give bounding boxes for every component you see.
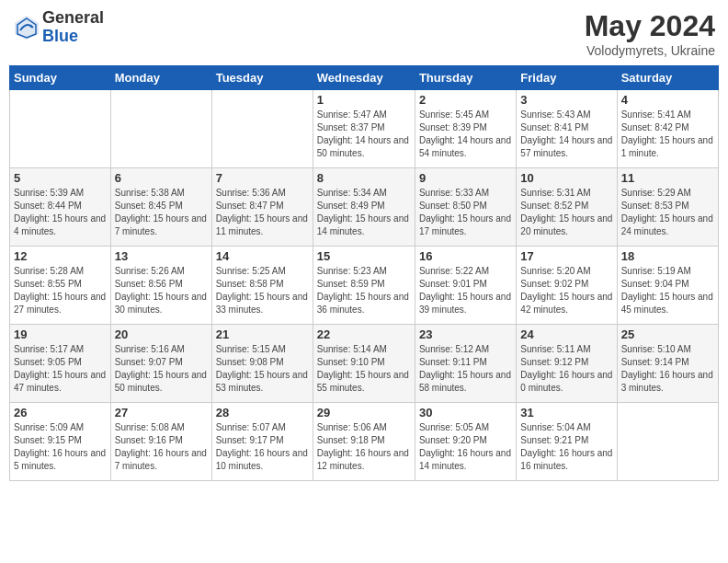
calendar-cell: 31Sunrise: 5:04 AM Sunset: 9:21 PM Dayli… [517,403,617,481]
weekday-header: Tuesday [211,66,313,90]
calendar-week-row: 5Sunrise: 5:39 AM Sunset: 8:44 PM Daylig… [10,168,719,247]
calendar-cell: 12Sunrise: 5:28 AM Sunset: 8:55 PM Dayli… [10,247,111,325]
calendar-cell: 21Sunrise: 5:15 AM Sunset: 9:08 PM Dayli… [211,325,313,403]
day-number: 11 [621,171,714,185]
calendar-cell: 24Sunrise: 5:11 AM Sunset: 9:12 PM Dayli… [517,325,617,403]
calendar-cell: 30Sunrise: 5:05 AM Sunset: 9:20 PM Dayli… [415,403,516,481]
day-number: 17 [520,249,612,263]
day-info: Sunrise: 5:34 AM Sunset: 8:49 PM Dayligh… [317,187,411,238]
day-info: Sunrise: 5:08 AM Sunset: 9:16 PM Dayligh… [115,421,208,473]
month-title: May 2024 [585,9,715,43]
weekday-header-row: SundayMondayTuesdayWednesdayThursdayFrid… [10,66,719,90]
day-number: 23 [419,327,512,341]
page-header: General Blue May 2024 Volodymyrets, Ukra… [9,9,719,58]
day-info: Sunrise: 5:06 AM Sunset: 9:18 PM Dayligh… [317,421,411,473]
day-info: Sunrise: 5:09 AM Sunset: 9:15 PM Dayligh… [14,421,107,473]
calendar-cell: 7Sunrise: 5:36 AM Sunset: 8:47 PM Daylig… [211,168,313,247]
calendar-cell [110,90,211,168]
day-number: 18 [621,249,714,263]
day-info: Sunrise: 5:12 AM Sunset: 9:11 PM Dayligh… [419,343,512,395]
day-number: 5 [14,171,107,185]
calendar-cell: 9Sunrise: 5:33 AM Sunset: 8:50 PM Daylig… [415,168,516,247]
weekday-header: Wednesday [313,66,415,90]
calendar-table: SundayMondayTuesdayWednesdayThursdayFrid… [9,65,719,481]
day-number: 28 [216,406,309,419]
calendar-week-row: 26Sunrise: 5:09 AM Sunset: 9:15 PM Dayli… [10,403,719,481]
title-block: May 2024 Volodymyrets, Ukraine [585,9,715,58]
calendar-cell: 6Sunrise: 5:38 AM Sunset: 8:45 PM Daylig… [110,168,211,247]
day-number: 4 [621,93,714,107]
day-info: Sunrise: 5:15 AM Sunset: 9:08 PM Dayligh… [216,343,309,395]
logo: General Blue [13,9,104,46]
day-info: Sunrise: 5:43 AM Sunset: 8:41 PM Dayligh… [520,109,612,160]
logo-general-text: General [42,9,104,28]
day-number: 3 [520,93,612,107]
calendar-cell [211,90,313,168]
day-number: 19 [14,327,107,341]
calendar-cell: 10Sunrise: 5:31 AM Sunset: 8:52 PM Dayli… [517,168,617,247]
day-number: 21 [216,327,309,341]
day-number: 16 [419,249,512,263]
day-number: 8 [317,171,411,185]
weekday-header: Monday [110,66,211,90]
day-info: Sunrise: 5:11 AM Sunset: 9:12 PM Dayligh… [520,343,612,395]
day-info: Sunrise: 5:33 AM Sunset: 8:50 PM Dayligh… [419,187,512,238]
day-number: 13 [115,249,208,263]
day-info: Sunrise: 5:05 AM Sunset: 9:20 PM Dayligh… [419,421,512,473]
calendar-cell: 11Sunrise: 5:29 AM Sunset: 8:53 PM Dayli… [617,168,718,247]
day-info: Sunrise: 5:28 AM Sunset: 8:55 PM Dayligh… [14,265,107,316]
weekday-header: Saturday [617,66,718,90]
day-info: Sunrise: 5:16 AM Sunset: 9:07 PM Dayligh… [115,343,208,395]
day-number: 9 [419,171,512,185]
day-info: Sunrise: 5:10 AM Sunset: 9:14 PM Dayligh… [621,343,714,395]
day-number: 20 [115,327,208,341]
day-info: Sunrise: 5:20 AM Sunset: 9:02 PM Dayligh… [520,265,612,316]
day-info: Sunrise: 5:38 AM Sunset: 8:45 PM Dayligh… [115,187,208,238]
calendar-cell: 28Sunrise: 5:07 AM Sunset: 9:17 PM Dayli… [211,403,313,481]
day-info: Sunrise: 5:07 AM Sunset: 9:17 PM Dayligh… [216,421,309,473]
calendar-cell: 29Sunrise: 5:06 AM Sunset: 9:18 PM Dayli… [313,403,415,481]
calendar-cell: 26Sunrise: 5:09 AM Sunset: 9:15 PM Dayli… [10,403,111,481]
logo-icon [13,14,40,41]
calendar-week-row: 1Sunrise: 5:47 AM Sunset: 8:37 PM Daylig… [10,90,719,168]
location-title: Volodymyrets, Ukraine [585,43,715,58]
calendar-cell: 4Sunrise: 5:41 AM Sunset: 8:42 PM Daylig… [617,90,718,168]
day-info: Sunrise: 5:19 AM Sunset: 9:04 PM Dayligh… [621,265,714,316]
calendar-cell: 2Sunrise: 5:45 AM Sunset: 8:39 PM Daylig… [415,90,516,168]
day-number: 10 [520,171,612,185]
day-info: Sunrise: 5:29 AM Sunset: 8:53 PM Dayligh… [621,187,714,238]
day-number: 22 [317,327,411,341]
day-info: Sunrise: 5:04 AM Sunset: 9:21 PM Dayligh… [520,421,612,473]
calendar-cell: 22Sunrise: 5:14 AM Sunset: 9:10 PM Dayli… [313,325,415,403]
calendar-cell: 19Sunrise: 5:17 AM Sunset: 9:05 PM Dayli… [10,325,111,403]
calendar-cell: 23Sunrise: 5:12 AM Sunset: 9:11 PM Dayli… [415,325,516,403]
day-number: 26 [14,406,107,419]
day-number: 30 [419,406,512,419]
weekday-header: Friday [517,66,617,90]
calendar-cell: 5Sunrise: 5:39 AM Sunset: 8:44 PM Daylig… [10,168,111,247]
day-number: 31 [520,406,612,419]
day-number: 27 [115,406,208,419]
calendar-cell [10,90,111,168]
calendar-cell: 3Sunrise: 5:43 AM Sunset: 8:41 PM Daylig… [517,90,617,168]
day-info: Sunrise: 5:41 AM Sunset: 8:42 PM Dayligh… [621,109,714,160]
logo-blue-text: Blue [42,28,104,46]
day-number: 12 [14,249,107,263]
calendar-cell: 20Sunrise: 5:16 AM Sunset: 9:07 PM Dayli… [110,325,211,403]
day-number: 25 [621,327,714,341]
calendar-cell: 25Sunrise: 5:10 AM Sunset: 9:14 PM Dayli… [617,325,718,403]
calendar-cell: 27Sunrise: 5:08 AM Sunset: 9:16 PM Dayli… [110,403,211,481]
day-info: Sunrise: 5:45 AM Sunset: 8:39 PM Dayligh… [419,109,512,160]
weekday-header: Sunday [10,66,111,90]
day-number: 14 [216,249,309,263]
day-info: Sunrise: 5:22 AM Sunset: 9:01 PM Dayligh… [419,265,512,316]
calendar-cell: 18Sunrise: 5:19 AM Sunset: 9:04 PM Dayli… [617,247,718,325]
day-number: 24 [520,327,612,341]
day-info: Sunrise: 5:14 AM Sunset: 9:10 PM Dayligh… [317,343,411,395]
day-info: Sunrise: 5:26 AM Sunset: 8:56 PM Dayligh… [115,265,208,316]
day-info: Sunrise: 5:31 AM Sunset: 8:52 PM Dayligh… [520,187,612,238]
day-number: 29 [317,406,411,419]
day-info: Sunrise: 5:25 AM Sunset: 8:58 PM Dayligh… [216,265,309,316]
day-info: Sunrise: 5:36 AM Sunset: 8:47 PM Dayligh… [216,187,309,238]
day-number: 15 [317,249,411,263]
